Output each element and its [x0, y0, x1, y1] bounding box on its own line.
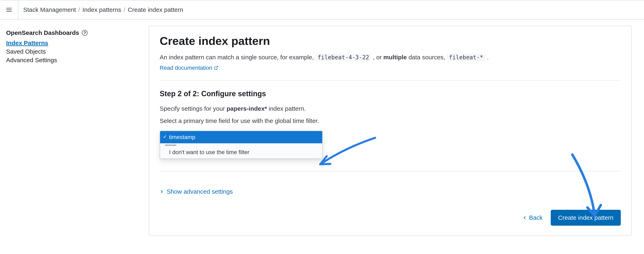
svg-line-3 — [216, 66, 218, 68]
page-title: Create index pattern — [160, 34, 621, 48]
description: An index pattern can match a single sour… — [160, 52, 621, 62]
step-title: Step 2 of 2: Configure settings — [160, 90, 621, 98]
code-example-1: filebeat-4-3-22 — [316, 54, 371, 61]
sidebar-item-label[interactable]: Advanced Settings — [6, 57, 57, 63]
desc-text: An index pattern can match a single sour… — [160, 54, 316, 61]
sidebar-title: OpenSearch Dashboards ? — [6, 29, 149, 36]
dropdown-option-no-time-filter[interactable]: I don't want to use the time filter — [160, 146, 322, 158]
create-index-pattern-button[interactable]: Create index pattern — [551, 210, 621, 226]
breadcrumb-separator: / — [78, 6, 80, 13]
link-label: Read documentation — [160, 65, 212, 71]
breadcrumb-link-stack-management[interactable]: Stack Management — [23, 6, 76, 13]
breadcrumb-current: Create index pattern — [128, 6, 183, 13]
sidebar-item-label[interactable]: Index Patterns — [6, 40, 48, 46]
sidebar-title-text: OpenSearch Dashboards — [6, 29, 79, 36]
divider — [160, 171, 621, 171]
show-advanced-settings[interactable]: Show advanced settings — [160, 188, 621, 195]
code-example-2: filebeat-* — [447, 54, 485, 61]
divider — [160, 80, 621, 81]
help-icon[interactable]: ? — [82, 30, 88, 36]
breadcrumb-separator: / — [124, 6, 125, 13]
desc-text: , or — [373, 54, 384, 61]
desc-text: Specify settings for your — [160, 105, 226, 112]
desc-text: . — [487, 54, 488, 61]
annotation-arrow-dropdown — [314, 136, 377, 168]
sidebar-item-index-patterns[interactable]: Index Patterns — [6, 40, 149, 47]
read-documentation-link[interactable]: Read documentation — [160, 65, 218, 71]
desc-bold: multiple — [383, 54, 407, 61]
pattern-name: papers-index* — [226, 105, 267, 112]
back-label: Back — [529, 214, 542, 221]
main-panel: Create index pattern An index pattern ca… — [149, 26, 632, 236]
sidebar-item-saved-objects[interactable]: Saved Objects — [6, 48, 149, 55]
settings-description: Specify settings for your papers-index* … — [160, 104, 621, 114]
menu-button[interactable] — [0, 1, 18, 19]
external-link-icon — [214, 66, 218, 70]
dropdown-option-timestamp[interactable]: timestamp — [160, 131, 322, 143]
breadcrumb: Stack Management / Index patterns / Crea… — [18, 6, 183, 13]
chevron-right-icon — [160, 189, 164, 194]
breadcrumb-link-index-patterns[interactable]: Index patterns — [82, 6, 121, 13]
dropdown-list: timestamp I don't want to use the time f… — [160, 131, 322, 159]
desc-text: data sources, — [408, 54, 447, 61]
sidebar-item-advanced-settings[interactable]: Advanced Settings — [6, 57, 149, 64]
sidebar-item-label[interactable]: Saved Objects — [6, 48, 46, 55]
sidebar: OpenSearch Dashboards ? Index Patterns S… — [6, 26, 149, 236]
desc-text: index pattern. — [269, 105, 306, 112]
advanced-settings-label: Show advanced settings — [166, 188, 233, 195]
time-filter-hint: Select a primary time field for use with… — [160, 116, 621, 126]
back-button[interactable]: Back — [522, 214, 542, 221]
chevron-left-icon — [522, 215, 527, 220]
time-field-dropdown[interactable]: timestamp I don't want to use the time f… — [160, 131, 322, 159]
dropdown-separator — [165, 145, 176, 145]
